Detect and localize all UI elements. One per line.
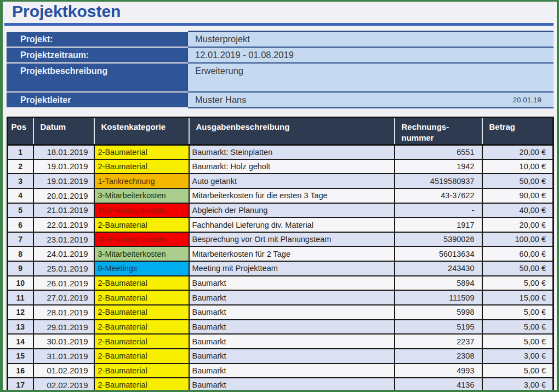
betrag-cell[interactable]: 5,00 € [482, 334, 554, 349]
datum-cell[interactable]: 18.01.2019 [33, 145, 94, 159]
rechnungsnummer-cell[interactable]: 111509 [395, 290, 482, 305]
beschreibung-cell[interactable]: Abgleich der Planung [189, 203, 395, 218]
datum-cell[interactable]: 27.01.2019 [33, 290, 94, 305]
kostenkategorie-cell[interactable]: 2-Baumaterial [94, 276, 189, 291]
betrag-cell[interactable]: 5,00 € [482, 305, 554, 320]
datum-cell[interactable]: 25.01.2019 [33, 261, 94, 276]
rechnungsnummer-cell[interactable]: 4993 [395, 364, 482, 378]
kostenkategorie-cell[interactable]: 1-Tankrechnung [94, 174, 189, 188]
beschreibung-cell[interactable]: Baumarkt: Holz geholt [189, 159, 395, 174]
beschreibung-cell[interactable]: Baumarkt [189, 276, 395, 291]
datum-cell[interactable]: 20.01.2019 [33, 188, 94, 203]
kostenkategorie-cell[interactable]: 2-Baumaterial [94, 334, 189, 349]
pos-cell[interactable]: 10 [8, 276, 33, 291]
beschreibung-cell[interactable]: Baumarkt [189, 320, 395, 335]
kostenkategorie-cell[interactable]: 2-Baumaterial [94, 290, 189, 305]
rechnungsnummer-cell[interactable]: - [395, 203, 482, 218]
beschreibung-cell[interactable]: Fachhandel Lieferung div. Material [189, 217, 395, 232]
datum-cell[interactable]: 28.01.2019 [33, 305, 94, 320]
datum-cell[interactable]: 01.02.2019 [33, 364, 94, 378]
datum-cell[interactable]: 24.01.2019 [33, 246, 94, 261]
pos-cell[interactable]: 13 [8, 320, 33, 335]
beschreibung-cell[interactable]: Meeting mit Projektteam [189, 261, 395, 276]
beschreibung-cell[interactable]: Mitarbeiterkosten für 2 Tage [189, 246, 395, 261]
pos-cell[interactable]: 4 [8, 188, 33, 203]
betrag-cell[interactable]: 20,00 € [482, 145, 554, 159]
beschreibung-cell[interactable]: Baumarkt [189, 364, 395, 378]
kostenkategorie-cell[interactable]: 2-Baumaterial [94, 217, 189, 232]
beschreibung-cell[interactable]: Baumarkt [189, 305, 395, 320]
datum-cell[interactable]: 26.01.2019 [33, 276, 94, 291]
betrag-cell[interactable]: 40,00 € [482, 203, 554, 218]
betrag-cell[interactable]: 90,00 € [482, 188, 554, 203]
pos-cell[interactable]: 17 [8, 378, 33, 390]
betrag-cell[interactable]: 5,00 € [482, 276, 554, 291]
kostenkategorie-cell[interactable]: 2-Baumaterial [94, 364, 189, 378]
rechnungsnummer-cell[interactable]: 56013634 [395, 246, 482, 261]
kostenkategorie-cell[interactable]: 10-Planungskosten [94, 203, 189, 218]
kostenkategorie-cell[interactable]: 2-Baumaterial [94, 378, 189, 390]
betrag-cell[interactable]: 15,00 € [482, 290, 554, 305]
kostenkategorie-cell[interactable]: 2-Baumaterial [94, 159, 189, 174]
rechnungsnummer-cell[interactable]: 2237 [395, 334, 482, 349]
rechnungsnummer-cell[interactable]: 6551 [395, 145, 482, 159]
pos-cell[interactable]: 9 [8, 261, 33, 276]
projektzeitraum-value-cell[interactable]: 12.01.2019 - 01.08.2019 [188, 48, 554, 62]
rechnungsnummer-cell[interactable]: 5390026 [395, 232, 482, 247]
kostenkategorie-cell[interactable]: 2-Baumaterial [94, 320, 189, 335]
kostenkategorie-cell[interactable]: 3-Mitarbeiterkosten [94, 188, 189, 203]
pos-cell[interactable]: 1 [8, 145, 33, 159]
kostenkategorie-cell[interactable]: 2-Baumaterial [94, 305, 189, 320]
betrag-cell[interactable]: 20,00 € [482, 217, 554, 232]
beschreibung-cell[interactable]: Besprechung vor Ort mit Planungsteam [189, 232, 395, 247]
betrag-cell[interactable]: 50,00 € [482, 261, 554, 276]
projektleiter-value-cell[interactable]: Muster Hans 20.01.19 [188, 93, 554, 107]
pos-cell[interactable]: 15 [8, 349, 33, 364]
rechnungsnummer-cell[interactable]: 5195 [395, 320, 482, 335]
betrag-cell[interactable]: 3,00 € [482, 378, 554, 390]
pos-cell[interactable]: 2 [8, 159, 33, 174]
kostenkategorie-cell[interactable]: 3-Mitarbeiterkosten [94, 246, 189, 261]
betrag-cell[interactable]: 100,00 € [482, 232, 554, 247]
datum-cell[interactable]: 30.01.2019 [33, 334, 94, 349]
datum-cell[interactable]: 02.02.2019 [33, 378, 94, 390]
rechnungsnummer-cell[interactable]: 243430 [395, 261, 482, 276]
beschreibung-cell[interactable]: Mitarbeiterkosten für die ersten 3 Tage [189, 188, 395, 203]
beschreibung-cell[interactable]: Baumarkt [189, 334, 395, 349]
rechnungsnummer-cell[interactable]: 1917 [395, 217, 482, 232]
kostenkategorie-cell[interactable]: 10-Planungskosten [94, 232, 189, 247]
kostenkategorie-cell[interactable]: 8-Meetings [94, 261, 189, 276]
projektbeschreibung-value-cell[interactable]: Erweiterung [188, 64, 554, 91]
beschreibung-cell[interactable]: Baumarkt [189, 290, 395, 305]
pos-cell[interactable]: 8 [8, 246, 33, 261]
projekt-value-cell[interactable]: Musterprojekt [188, 32, 554, 47]
rechnungsnummer-cell[interactable]: 43-37622 [395, 188, 482, 203]
betrag-cell[interactable]: 50,00 € [482, 174, 554, 188]
datum-cell[interactable]: 22.01.2019 [33, 217, 94, 232]
rechnungsnummer-cell[interactable]: 2308 [395, 349, 482, 364]
datum-cell[interactable]: 29.01.2019 [33, 320, 94, 335]
kostenkategorie-cell[interactable]: 2-Baumaterial [94, 145, 189, 159]
datum-cell[interactable]: 19.01.2019 [33, 174, 94, 188]
betrag-cell[interactable]: 5,00 € [482, 320, 554, 335]
datum-cell[interactable]: 31.01.2019 [33, 349, 94, 364]
kostenkategorie-cell[interactable]: 2-Baumaterial [94, 349, 189, 364]
rechnungsnummer-cell[interactable]: 4136 [395, 378, 482, 390]
betrag-cell[interactable]: 3,00 € [482, 349, 554, 364]
rechnungsnummer-cell[interactable]: 4519580937 [395, 174, 482, 188]
beschreibung-cell[interactable]: Auto getankt [189, 174, 395, 188]
pos-cell[interactable]: 11 [8, 290, 33, 305]
betrag-cell[interactable]: 10,00 € [482, 159, 554, 174]
beschreibung-cell[interactable]: Baumarkt [189, 349, 395, 364]
pos-cell[interactable]: 5 [8, 203, 33, 218]
datum-cell[interactable]: 23.01.2019 [33, 232, 94, 247]
pos-cell[interactable]: 16 [8, 364, 33, 378]
pos-cell[interactable]: 3 [8, 174, 33, 188]
beschreibung-cell[interactable]: Baumarkt [189, 378, 395, 390]
datum-cell[interactable]: 21.01.2019 [33, 203, 94, 218]
pos-cell[interactable]: 14 [8, 334, 33, 349]
pos-cell[interactable]: 6 [8, 217, 33, 232]
datum-cell[interactable]: 19.01.2019 [33, 159, 94, 174]
beschreibung-cell[interactable]: Baumarkt: Steinplatten [189, 145, 395, 159]
rechnungsnummer-cell[interactable]: 1942 [395, 159, 482, 174]
